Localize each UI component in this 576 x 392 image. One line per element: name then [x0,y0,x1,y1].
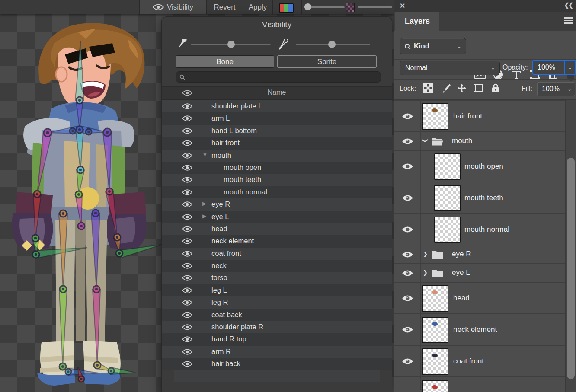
visibility-row-torso[interactable]: torso [162,272,392,284]
lock-all-icon[interactable] [490,83,501,93]
layer-row-head[interactable]: head [394,282,565,313]
search-input[interactable] [176,71,381,83]
visibility-toggle-button[interactable]: Visibility [140,0,206,14]
visibility-row-neck-element[interactable]: neck element [162,235,392,247]
sprite-opacity-slider-track[interactable] [358,6,392,8]
expander-closed-icon[interactable]: ▶ [202,201,209,207]
eye-toggle-icon[interactable] [182,336,192,343]
eye-toggle-icon[interactable] [182,250,192,257]
revert-button[interactable]: Revert [207,0,243,14]
layer-visibility-eye-icon[interactable] [402,226,413,233]
visibility-row-arm-L[interactable]: arm L [162,112,392,124]
lock-transparency-icon[interactable] [423,83,433,93]
layer-thumbnail[interactable] [434,185,461,211]
eye-toggle-icon[interactable] [182,238,192,245]
layers-scrollbar-thumb[interactable] [567,158,575,379]
visibility-row-head[interactable]: head [162,223,392,235]
layer-group-eye-L[interactable]: ❯eye L [394,263,565,282]
eye-toggle-icon[interactable] [182,115,192,122]
layer-visibility-eye-icon[interactable] [402,194,413,202]
layer-group-mouth[interactable]: ❯mouth [394,131,565,150]
eye-toggle-icon[interactable] [182,287,192,294]
collapse-panel-icon[interactable]: ❮❮ [564,2,573,9]
visibility-row-hair-back[interactable]: hair back [162,358,392,370]
eye-toggle-icon[interactable] [182,274,192,281]
eye-toggle-icon[interactable] [182,299,192,306]
blend-mode-dropdown[interactable]: Normal ⌄ [400,61,500,75]
layer-visibility-eye-icon[interactable] [402,112,413,120]
group-expander-closed-icon[interactable]: ❯ [423,269,428,276]
layer-visibility-eye-icon[interactable] [402,294,413,302]
panel-menu-icon[interactable] [564,17,573,25]
layer-thumbnail[interactable] [422,348,448,375]
expander-open-icon[interactable]: ▼ [202,152,209,158]
eye-toggle-icon[interactable] [182,127,192,134]
chevron-down-icon[interactable]: ⌄ [564,61,575,74]
eye-toggle-icon[interactable] [182,360,192,367]
visibility-row-mouth-open[interactable]: mouth open [162,162,392,174]
layer-thumbnail[interactable] [422,103,448,130]
visibility-row-leg-R[interactable]: leg R [162,296,392,309]
visibility-row-leg-L[interactable]: leg L [162,284,392,296]
expander-closed-icon[interactable]: ▶ [202,213,209,219]
layer-visibility-eye-icon[interactable] [402,163,413,170]
eye-toggle-icon[interactable] [182,324,192,331]
layer-row-partial[interactable] [394,376,565,390]
group-expander-open-icon[interactable]: ❯ [422,138,429,143]
eye-toggle-icon[interactable] [182,348,192,355]
layer-thumbnail[interactable] [422,317,448,343]
layer-row-neck-element[interactable]: neck element [394,313,565,345]
close-icon[interactable]: ✕ [400,2,405,10]
group-expander-closed-icon[interactable]: ❯ [423,251,428,257]
layer-row-hair-front[interactable]: hair front [394,100,565,131]
layer-row-mouth-teeth[interactable]: mouth teeth [394,182,565,213]
layer-group-eye-R[interactable]: ❯eye R [394,245,565,263]
apply-button[interactable]: Apply [243,0,272,14]
layer-visibility-eye-icon[interactable] [402,269,413,277]
layer-row-mouth-normal[interactable]: mouth normal [394,213,565,245]
tab-sprite[interactable]: Sprite [277,55,377,68]
eye-toggle-icon[interactable] [182,103,192,110]
layer-visibility-eye-icon[interactable] [402,357,413,365]
visibility-row-neck[interactable]: neck [162,260,392,272]
visibility-row-shoulder-plate-L[interactable]: shoulder plate L [162,100,392,112]
kind-filter-dropdown[interactable]: Kind ⌄ [400,38,466,54]
eye-toggle-icon[interactable] [182,189,192,196]
visibility-row-mouth-normal[interactable]: mouth normal [162,186,392,198]
layer-visibility-eye-icon[interactable] [402,137,413,145]
bone-color-swatch-button[interactable] [279,3,294,13]
eye-toggle-icon[interactable] [182,152,192,159]
eye-toggle-icon[interactable] [182,214,192,220]
eye-toggle-icon[interactable] [182,312,192,319]
tab-layers[interactable]: Layers [395,12,439,31]
layer-thumbnail[interactable] [434,153,461,180]
eye-toggle-icon[interactable] [182,176,192,183]
visibility-row-arm-R[interactable]: arm R [162,346,392,358]
layer-thumbnail[interactable] [434,217,461,243]
visibility-row-eye-R[interactable]: ▶eye R [162,198,392,210]
visibility-row-shoulder-plate-R[interactable]: shoulder plate R [162,321,392,333]
eye-toggle-icon[interactable] [182,226,192,233]
sprite-alpha-slider-knob[interactable] [328,41,336,48]
visibility-row-hand-L-bottom[interactable]: hand L bottom [162,125,392,137]
visibility-row-coat-back[interactable]: coat back [162,309,392,321]
fill-value-box[interactable]: 100% ⌄ [537,82,575,96]
layer-visibility-eye-icon[interactable] [402,251,413,258]
bone-alpha-slider-knob[interactable] [227,41,235,48]
bone-opacity-slider-knob[interactable] [304,3,311,10]
layer-row-mouth-open[interactable]: mouth open [394,150,565,182]
eye-toggle-icon[interactable] [182,201,192,208]
layer-visibility-eye-icon[interactable] [402,326,413,334]
lock-position-icon[interactable] [457,83,467,93]
layer-thumbnail[interactable] [422,285,448,312]
visibility-row-hand-R-top[interactable]: hand R top [162,333,392,345]
visibility-row-eye-L[interactable]: ▶eye L [162,211,392,223]
visibility-row-hair-front[interactable]: hair front [162,137,392,149]
eye-toggle-icon[interactable] [182,140,192,147]
visibility-row-coat-front[interactable]: coat front [162,248,392,260]
visibility-row-mouth-teeth[interactable]: mouth teeth [162,174,392,186]
layer-row-coat-front[interactable]: coat front [394,345,565,376]
eye-toggle-icon[interactable] [182,164,192,171]
visibility-row-mouth[interactable]: ▼mouth [162,150,392,162]
lock-pixels-brush-icon[interactable] [441,83,451,93]
